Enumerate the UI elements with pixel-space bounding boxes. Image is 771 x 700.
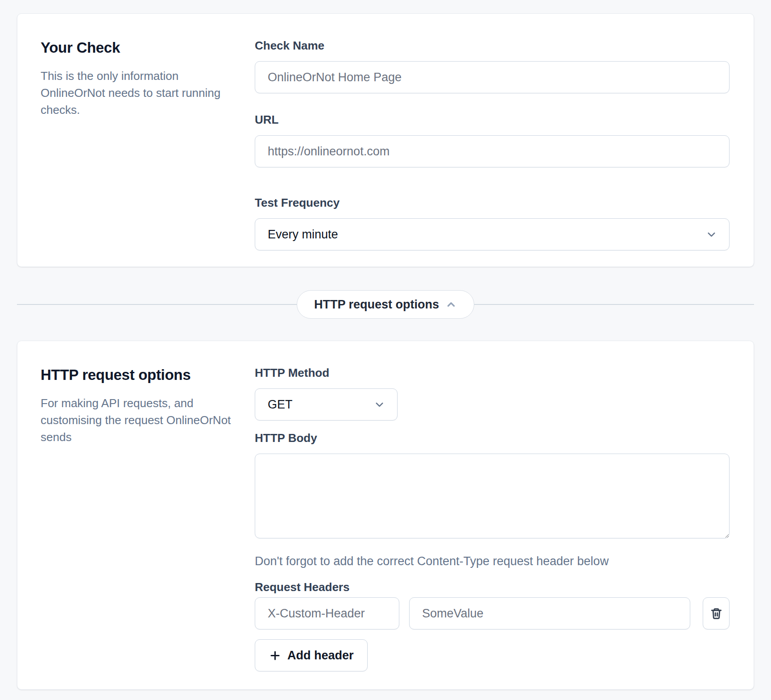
http-request-options-form: HTTP Method GET HTTP Body Don't forgot t… (255, 366, 730, 671)
check-name-label: Check Name (255, 39, 730, 52)
http-request-options-toggle[interactable]: HTTP request options (297, 290, 474, 319)
header-value-input[interactable] (409, 597, 690, 629)
your-check-card: Your Check This is the only information … (17, 13, 754, 267)
url-group: URL (255, 113, 730, 167)
test-frequency-select[interactable]: Every minute (255, 218, 730, 250)
check-name-input[interactable] (255, 61, 730, 93)
chevron-up-icon (445, 299, 457, 310)
delete-header-button[interactable] (703, 597, 730, 629)
your-check-form: Check Name URL Test Frequency Every minu… (255, 39, 730, 250)
test-frequency-selected-value: Every minute (268, 228, 338, 242)
http-request-options-description: For making API requests, and customising… (41, 395, 241, 446)
your-check-intro: Your Check This is the only information … (41, 39, 255, 250)
http-request-options-intro: HTTP request options For making API requ… (41, 366, 255, 671)
add-header-button[interactable]: Add header (255, 639, 368, 671)
check-name-group: Check Name (255, 39, 730, 93)
http-method-group: HTTP Method GET (255, 366, 730, 421)
section-divider: HTTP request options (0, 267, 771, 341)
your-check-description: This is the only information OnlineOrNot… (41, 67, 241, 118)
request-headers-group: Request Headers Add header (255, 580, 730, 671)
http-request-options-card: HTTP request options For making API requ… (17, 341, 754, 690)
http-body-helper-text: Don't forgot to add the correct Content-… (255, 554, 730, 568)
test-frequency-label: Test Frequency (255, 196, 730, 209)
your-check-title: Your Check (41, 39, 241, 57)
http-method-selected-value: GET (268, 398, 293, 412)
url-label: URL (255, 113, 730, 126)
request-headers-label: Request Headers (255, 580, 730, 594)
test-frequency-group: Test Frequency Every minute (255, 196, 730, 250)
add-header-button-label: Add header (287, 649, 354, 662)
request-header-row (255, 597, 730, 629)
header-name-input[interactable] (255, 597, 399, 629)
chevron-down-icon (705, 229, 717, 241)
http-method-select[interactable]: GET (255, 388, 398, 421)
http-body-label: HTTP Body (255, 431, 730, 445)
plus-icon (269, 649, 282, 662)
http-body-textarea[interactable] (255, 454, 730, 538)
trash-icon (710, 607, 722, 620)
chevron-down-icon (373, 399, 386, 411)
http-request-options-title: HTTP request options (41, 366, 241, 384)
url-input[interactable] (255, 135, 730, 167)
http-request-options-toggle-label: HTTP request options (314, 298, 439, 312)
http-method-label: HTTP Method (255, 366, 730, 379)
http-body-group: HTTP Body Don't forgot to add the correc… (255, 431, 730, 568)
